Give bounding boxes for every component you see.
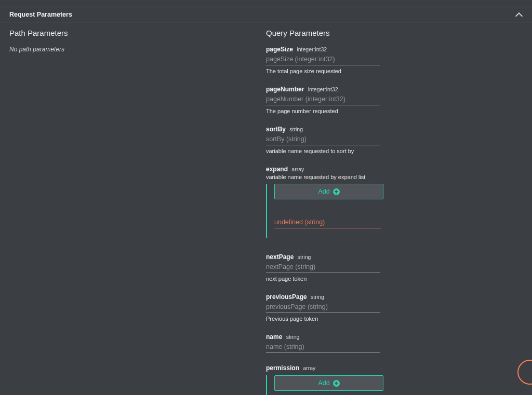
param-desc: variable name requested by expand list (266, 174, 523, 180)
pageSize-input[interactable] (266, 54, 380, 65)
previousPage-input[interactable] (266, 302, 380, 313)
permission-add-button[interactable]: Add (274, 375, 383, 391)
add-button-label: Add (318, 188, 329, 195)
param-desc: The total page size requested (266, 68, 523, 74)
param-pageSize: pageSize integer:int32 The total page si… (266, 46, 523, 74)
param-type: string (286, 334, 300, 340)
param-desc: The page number requested (266, 108, 523, 114)
param-name: previousPage (266, 293, 307, 301)
param-desc: variable name requested to sort by (266, 148, 523, 154)
param-name: permission (266, 364, 299, 372)
path-parameters-title: Path Parameters (9, 29, 266, 37)
no-path-parameters-message: No path parameters (9, 46, 266, 53)
plus-icon (333, 380, 340, 387)
sortBy-input[interactable] (266, 134, 380, 145)
param-previousPage: previousPage string Previous page token (266, 293, 523, 322)
plus-icon (333, 188, 340, 195)
param-type: integer:int32 (308, 86, 338, 92)
add-button-label: Add (318, 379, 329, 387)
param-sortBy: sortBy string variable name requested to… (266, 126, 523, 154)
param-type: integer:int32 (297, 46, 327, 52)
request-parameters-header[interactable]: Request Parameters (0, 7, 532, 22)
param-type: string (298, 254, 311, 260)
request-parameters-title: Request Parameters (9, 11, 72, 18)
expand-item-input[interactable] (274, 217, 381, 228)
param-desc: Previous page token (266, 316, 523, 322)
param-type: string (289, 126, 303, 132)
param-pageNumber: pageNumber integer:int32 The page number… (266, 86, 523, 114)
path-parameters-column: Path Parameters No path parameters (9, 29, 266, 395)
param-name-field: name string (266, 333, 523, 353)
pageNumber-input[interactable] (266, 94, 380, 105)
nextPage-input[interactable] (266, 262, 380, 273)
query-parameters-column: Query Parameters pageSize integer:int32 … (266, 29, 523, 395)
param-type: string (311, 294, 324, 300)
param-expand: expand array variable name requested by … (266, 166, 523, 238)
param-type: array (303, 365, 315, 371)
param-name: nextPage (266, 253, 294, 261)
param-name: name (266, 333, 282, 340)
param-name: pageSize (266, 46, 293, 53)
expand-add-button[interactable]: Add (274, 184, 383, 199)
chevron-up-icon (515, 11, 523, 18)
param-name: sortBy (266, 126, 286, 133)
param-desc: next page token (266, 276, 523, 282)
name-input[interactable] (266, 342, 380, 353)
param-type: array (291, 166, 304, 172)
param-permission: permission array Add (266, 364, 523, 395)
param-nextPage: nextPage string next page token (266, 253, 523, 282)
query-parameters-title: Query Parameters (266, 29, 523, 37)
param-name: pageNumber (266, 86, 304, 93)
param-name: expand (266, 166, 288, 173)
